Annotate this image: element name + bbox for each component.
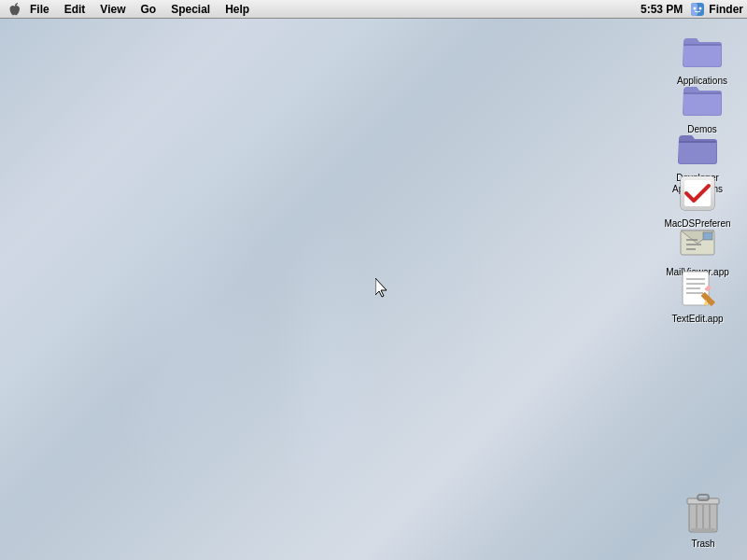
applications-icon xyxy=(680,28,725,73)
icon-trash[interactable]: Trash xyxy=(670,491,736,551)
menubar-right: 5:53 PM Finder xyxy=(641,2,743,17)
menu-file[interactable]: File xyxy=(22,0,57,19)
menu-edit[interactable]: Edit xyxy=(57,0,93,19)
textedit-icon xyxy=(675,266,720,311)
menubar-left: File Edit View Go Special Help xyxy=(4,0,257,19)
menubar: File Edit View Go Special Help 5:53 PM F… xyxy=(0,0,747,19)
menu-special[interactable]: Special xyxy=(163,0,218,19)
menu-go[interactable]: Go xyxy=(133,0,163,19)
svg-point-2 xyxy=(694,7,697,9)
menu-view[interactable]: View xyxy=(92,0,133,19)
desktop: File Edit View Go Special Help 5:53 PM F… xyxy=(0,0,747,560)
macds-preferences-icon xyxy=(675,171,720,216)
trash-icon xyxy=(681,491,726,536)
apple-menu[interactable] xyxy=(4,0,22,19)
svg-rect-27 xyxy=(691,528,715,532)
cursor xyxy=(375,278,390,302)
menu-help[interactable]: Help xyxy=(218,0,257,19)
mail-viewer-icon xyxy=(675,219,720,264)
finder-label: Finder xyxy=(690,2,743,17)
developer-applications-icon xyxy=(675,125,720,170)
svg-marker-28 xyxy=(375,278,387,297)
svg-point-3 xyxy=(699,7,702,9)
demos-icon xyxy=(680,77,725,121)
svg-rect-12 xyxy=(703,232,712,240)
textedit-label: TextEdit.app xyxy=(669,313,725,326)
clock: 5:53 PM xyxy=(641,3,683,16)
svg-rect-26 xyxy=(698,495,709,500)
finder-icon xyxy=(690,2,705,17)
icon-textedit[interactable]: TextEdit.app xyxy=(655,266,740,326)
trash-label: Trash xyxy=(689,538,716,551)
